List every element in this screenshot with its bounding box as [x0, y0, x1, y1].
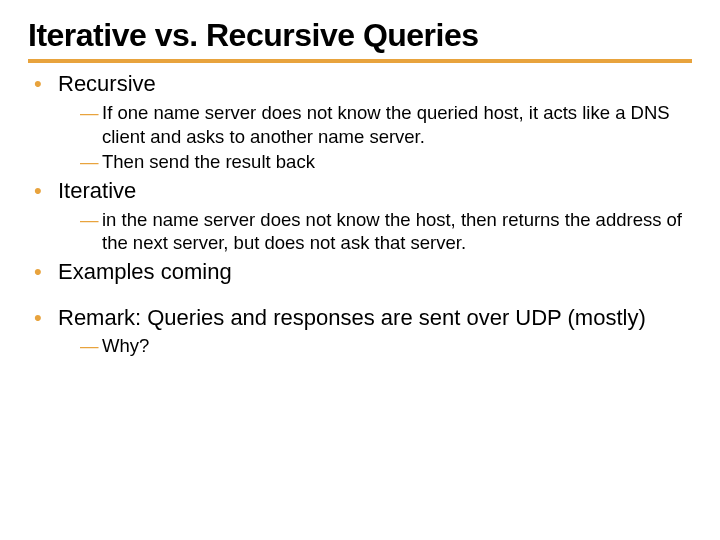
slide: Iterative vs. Recursive Queries Recursiv…	[0, 0, 720, 358]
bullet-list: Recursive If one name server does not kn…	[28, 69, 692, 286]
bullet-label: Remark: Queries and responses are sent o…	[58, 305, 646, 330]
list-item: Iterative in the name server does not kn…	[32, 176, 692, 255]
bullet-label: Iterative	[58, 178, 136, 203]
sub-list-item: Then send the result back	[80, 150, 692, 174]
list-item: Remark: Queries and responses are sent o…	[32, 303, 692, 358]
spacer	[28, 289, 692, 303]
sub-list-item: If one name server does not know the que…	[80, 101, 692, 148]
slide-title: Iterative vs. Recursive Queries	[28, 18, 692, 63]
sub-list: Why?	[58, 334, 692, 358]
sub-list-item: in the name server does not know the hos…	[80, 208, 692, 255]
list-item: Examples coming	[32, 257, 692, 287]
bullet-label: Recursive	[58, 71, 156, 96]
bullet-list: Remark: Queries and responses are sent o…	[28, 303, 692, 358]
sub-list-item: Why?	[80, 334, 692, 358]
list-item: Recursive If one name server does not kn…	[32, 69, 692, 174]
bullet-label: Examples coming	[58, 259, 232, 284]
sub-list: in the name server does not know the hos…	[58, 208, 692, 255]
sub-list: If one name server does not know the que…	[58, 101, 692, 174]
